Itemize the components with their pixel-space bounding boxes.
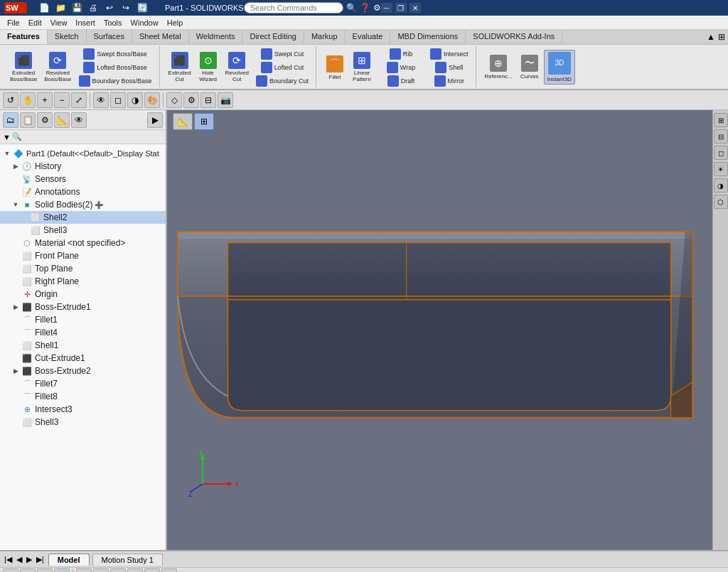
zoom-in-button[interactable]: + (37, 92, 53, 108)
tree-item-fillet7[interactable]: ⌒ Fillet7 (0, 377, 166, 390)
tree-item-material[interactable]: ⬡ Material <not specified> (0, 237, 166, 249)
intersect-button[interactable]: Intersect (427, 48, 471, 60)
intersect3-expander[interactable] (11, 405, 20, 414)
tab-next-arrow[interactable]: ▶ (25, 555, 33, 564)
fillet8-expander[interactable] (11, 392, 20, 401)
display-mode-icon[interactable]: ◻ (714, 146, 728, 160)
search-input[interactable] (244, 2, 343, 14)
view-settings-button[interactable]: ⚙ (183, 92, 199, 108)
tree-item-shell3-body[interactable]: ⬜ Shell3 (0, 224, 166, 237)
minimize-button[interactable]: ─ (381, 3, 392, 13)
origin-expander[interactable] (11, 290, 20, 298)
tree-item-fillet8[interactable]: ⌒ Fillet8 (0, 390, 166, 403)
tab-markup[interactable]: Markup (304, 30, 346, 44)
tab-last-arrow[interactable]: ▶| (35, 555, 46, 564)
linear-pattern-button[interactable]: ⊞ LinearPattern (349, 50, 375, 85)
pan-button[interactable]: ✋ (20, 92, 36, 108)
lofted-boss-button[interactable]: Lofted Boss/Base (76, 61, 155, 74)
tree-item-solid-bodies[interactable]: ▼ ■ Solid Bodies(2) ➕ (0, 198, 166, 211)
config-manager-tab[interactable]: ⚙ (37, 112, 53, 128)
ribbon-options-icon[interactable]: ⊞ (718, 32, 725, 42)
menu-window[interactable]: Window (127, 17, 163, 28)
undo-tb-button[interactable]: ↩ (20, 568, 36, 573)
view-selector-icon[interactable]: ⊞ (714, 113, 728, 127)
tab-motion-study-1[interactable]: Motion Study 1 (92, 554, 163, 566)
redo-button[interactable]: ↪ (119, 1, 133, 15)
mirror-button[interactable]: Mirror (427, 75, 471, 87)
zoom-out-button[interactable]: − (54, 92, 70, 108)
display-manager-tab[interactable]: 👁 (71, 112, 87, 128)
tab-evaluate[interactable]: Evaluate (346, 30, 391, 44)
shell3-body-expander[interactable] (20, 226, 28, 234)
tree-item-annotations[interactable]: 📝 Annotations (0, 185, 166, 198)
ambient-occlusion-icon[interactable]: ◑ (714, 178, 728, 193)
boundary-cut-button[interactable]: Boundary Cut (253, 75, 311, 87)
fillet1-expander[interactable] (11, 315, 20, 324)
boundary-boss-button[interactable]: Boundary Boss/Base (76, 75, 155, 87)
material-expander[interactable] (11, 239, 20, 247)
open-button[interactable]: 📁 (53, 1, 68, 15)
close-button[interactable]: ✕ (410, 3, 421, 13)
feature-manager-tab[interactable]: 🗂 (3, 112, 18, 128)
revolved-cut-button[interactable]: ⟳ RevolvedCut (223, 50, 252, 85)
view-orient-button[interactable]: 👁 (93, 92, 109, 108)
fillet4-expander[interactable] (11, 328, 20, 337)
boss-extrude2-expander[interactable]: ▶ (11, 367, 20, 375)
tree-item-fillet4[interactable]: ⌒ Fillet4 (0, 326, 166, 339)
tab-features[interactable]: Features (0, 30, 48, 44)
menu-file[interactable]: File (3, 17, 24, 28)
rotate-view-button[interactable]: ↺ (3, 92, 18, 108)
sensors-expander[interactable] (11, 175, 20, 183)
tree-item-part1[interactable]: ▼ 🔷 Part1 (Default<<Default>_Display Sta… (0, 147, 166, 160)
tree-item-boss-extrude2[interactable]: ▶ ⬛ Boss-Extrude2 (0, 365, 166, 377)
rib-button[interactable]: Rib (376, 48, 426, 60)
lofted-cut-button[interactable]: Lofted Cut (253, 61, 311, 74)
extruded-boss-button[interactable]: ⬛ ExtrudedBoss/Base (7, 50, 40, 85)
annotations-expander[interactable] (11, 188, 20, 196)
dim-expert-tab[interactable]: 📐 (54, 112, 70, 128)
tree-item-origin[interactable]: ✛ Origin (0, 288, 166, 301)
menu-help[interactable]: Help (163, 17, 188, 28)
menu-tools[interactable]: Tools (100, 17, 127, 28)
tree-item-cut-extrude1[interactable]: ⬛ Cut-Extrude1 (0, 352, 166, 365)
menu-view[interactable]: View (46, 17, 72, 28)
redo-tb-button[interactable]: ↪ (37, 568, 53, 573)
tab-first-arrow[interactable]: |◀ (3, 555, 14, 564)
revolved-boss-button[interactable]: ⟳ RevolvedBoss/Base (41, 50, 74, 85)
extruded-cut-button[interactable]: ⬛ ExtrudedCut (166, 50, 194, 85)
camera-button[interactable]: 📷 (218, 92, 233, 108)
shell1-expander[interactable] (11, 341, 20, 350)
tab-weldments[interactable]: Weldments (189, 30, 243, 44)
tree-item-boss-extrude1[interactable]: ▶ ⬛ Boss-Extrude1 (0, 301, 166, 313)
shell2-expander[interactable] (20, 213, 28, 222)
rebuild-button[interactable]: 🔄 (135, 1, 149, 15)
ribbon-minimize-icon[interactable]: ▲ (707, 32, 715, 42)
scene-button[interactable]: ◇ (166, 92, 182, 108)
tab-model[interactable]: Model (48, 554, 90, 566)
tree-item-fillet1[interactable]: ⌒ Fillet1 (0, 313, 166, 326)
draft-button[interactable]: Draft (376, 75, 426, 87)
reference-button[interactable]: ⊕ Referenc... (482, 53, 515, 81)
tab-surfaces[interactable]: Surfaces (87, 30, 132, 44)
wrap-button[interactable]: Wrap (376, 61, 426, 74)
swept-boss-button[interactable]: Swept Boss/Base (76, 48, 155, 60)
undo-button[interactable]: ↩ (102, 1, 117, 15)
front-plane-expander[interactable] (11, 252, 20, 260)
top-plane-expander[interactable] (11, 264, 20, 273)
perspective-icon[interactable]: ⬡ (714, 195, 728, 209)
tree-item-shell3[interactable]: ⬜ Shell3 (0, 416, 166, 428)
section-view-button[interactable]: ⊟ (200, 92, 216, 108)
help-icon[interactable]: ❓ (360, 3, 370, 13)
property-manager-tab[interactable]: 📋 (20, 112, 36, 128)
sketch-3d-button[interactable]: 📐 (173, 113, 193, 130)
tab-sheet-metal[interactable]: Sheet Metal (132, 30, 189, 44)
pan-left-button[interactable]: ◀ (3, 568, 18, 573)
tab-prev-arrow[interactable]: ◀ (15, 555, 23, 564)
new-button[interactable]: 📄 (37, 1, 51, 15)
panel-expand-button[interactable]: ▶ (147, 112, 163, 128)
tree-item-shell1[interactable]: ⬜ Shell1 (0, 339, 166, 352)
print-button[interactable]: 🖨 (86, 1, 100, 15)
options-icon[interactable]: ⚙ (373, 3, 381, 13)
tree-item-history[interactable]: ▶ 🕐 History (0, 160, 166, 173)
menu-insert[interactable]: Insert (71, 17, 100, 28)
